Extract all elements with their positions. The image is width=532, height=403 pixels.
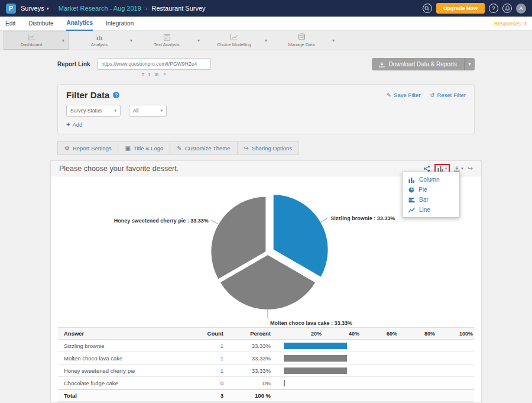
- toolbar-choice-modelling-caret[interactable]: ▾: [261, 31, 271, 50]
- upgrade-button[interactable]: Upgrade Now: [436, 3, 485, 14]
- notifications-button[interactable]: [502, 4, 512, 13]
- menu-integration[interactable]: Integration: [106, 17, 134, 30]
- tab-customize-theme[interactable]: ✎ Customize Theme: [170, 141, 237, 155]
- breadcrumb-parent[interactable]: Market Research - Aug 2019: [59, 5, 141, 12]
- menu-edit[interactable]: Edit: [5, 17, 15, 30]
- pie-slice-label: Honey sweetened cherry pie : 33.33%: [114, 218, 209, 224]
- search-button[interactable]: [423, 4, 432, 13]
- bar-cell[interactable]: [279, 352, 474, 364]
- forward-arrow-glyph: ↪: [468, 165, 473, 172]
- breadcrumb-separator: ›: [145, 5, 148, 12]
- chart-type-line[interactable]: Line: [403, 205, 459, 215]
- filter-links: ✎ Save Filter ↺ Reset Filter: [387, 92, 466, 98]
- toolbar-tab-manage-data[interactable]: Manage Data: [274, 31, 329, 50]
- image-icon: ▣: [125, 145, 130, 151]
- percent-cell: 0%: [231, 380, 279, 386]
- responses-count[interactable]: Responses: 3: [494, 21, 527, 27]
- toolbar-tab-text-analysis[interactable]: Text Analysis: [140, 31, 194, 50]
- table-total-row: Total 3 100 %: [58, 389, 474, 402]
- download-group: Download Data & Reports ▾: [372, 58, 475, 70]
- logo-letter: P: [9, 5, 13, 12]
- scale-label: 20%: [284, 331, 322, 337]
- facebook-icon[interactable]: f: [142, 72, 144, 77]
- toolbar-tab-choice-modelling[interactable]: Choice Modelling: [207, 31, 261, 50]
- chart-type-pie[interactable]: Pie: [403, 185, 459, 195]
- bell-icon: [505, 5, 510, 11]
- topbar-actions: Upgrade Now ? A: [423, 3, 526, 14]
- dashboard-content: Report Link f t in ≡ Download Data & Rep…: [0, 50, 532, 402]
- survey-status-select[interactable]: Survey Status ▾: [66, 105, 121, 117]
- count-cell[interactable]: 1: [188, 367, 231, 374]
- save-filter-link[interactable]: ✎ Save Filter: [387, 92, 420, 98]
- filter-value-select[interactable]: All ▾: [129, 105, 167, 117]
- tab-label: Title & Logo: [134, 145, 163, 151]
- reset-filter-label: Reset Filter: [437, 92, 466, 98]
- pie-slice-label: Sizzling brownie : 33.33%: [330, 215, 395, 221]
- toolbar-tab-label: Manage Data: [288, 42, 314, 47]
- download-options-caret[interactable]: ▾: [464, 58, 475, 70]
- toolbar-dashboard-caret[interactable]: ▾: [59, 31, 68, 49]
- results-table: Answer Count Percent 20% 40% 60% 80% 100…: [58, 327, 474, 402]
- answer-cell: Molten choco lava cake: [58, 355, 188, 362]
- bar-cell[interactable]: [279, 377, 474, 389]
- bar-cell[interactable]: [279, 365, 474, 376]
- total-bar-cell: [279, 390, 474, 401]
- question-mark-icon: ?: [492, 5, 495, 11]
- reset-icon: ↺: [430, 92, 434, 98]
- questionpro-logo[interactable]: P: [6, 4, 16, 14]
- twitter-icon[interactable]: t: [148, 72, 150, 77]
- pencil-icon: ✎: [177, 145, 181, 151]
- text-document-icon: [163, 34, 171, 41]
- bar-cell[interactable]: [279, 340, 474, 352]
- download-data-reports-button[interactable]: Download Data & Reports: [372, 58, 464, 70]
- toolbar-tab-label: Choice Modelling: [217, 42, 251, 47]
- toolbar-tab-analysis[interactable]: Analysis: [72, 31, 126, 50]
- embed-list-icon[interactable]: ≡: [163, 72, 166, 77]
- question-mark-icon: ?: [115, 92, 118, 98]
- chart-download-button[interactable]: ▾: [454, 166, 463, 172]
- table-row: Molten choco lava cake 1 33.33%: [58, 352, 474, 365]
- answer-cell: Honey sweetened cherry pie: [58, 367, 188, 374]
- percent-cell: 33.33%: [231, 355, 279, 362]
- help-button[interactable]: ?: [489, 4, 498, 13]
- menu-distribute[interactable]: Distribute: [28, 17, 53, 30]
- header-count: Count: [188, 330, 231, 337]
- toolbar-tab-dashboard[interactable]: Dashboard: [4, 31, 59, 49]
- chart-type-bar[interactable]: Bar: [403, 195, 459, 205]
- count-cell[interactable]: 0: [188, 380, 231, 386]
- toolbar-text-analysis-caret[interactable]: ▾: [194, 31, 203, 50]
- tab-report-settings[interactable]: ⚙ Report Settings: [57, 141, 118, 155]
- main-menu: Edit Distribute Analytics Integration Re…: [0, 17, 532, 31]
- toolbar-analysis-caret[interactable]: ▾: [126, 31, 136, 50]
- bar-chart-icon: [95, 34, 103, 41]
- answer-bar: [284, 367, 347, 374]
- avatar[interactable]: A: [516, 4, 526, 14]
- reset-filter-link[interactable]: ↺ Reset Filter: [430, 92, 466, 98]
- tab-title-logo[interactable]: ▣ Title & Logo: [118, 141, 170, 155]
- share-forward-icon[interactable]: ↪: [468, 165, 473, 172]
- count-cell[interactable]: 1: [188, 355, 231, 362]
- chart-type-column[interactable]: Column: [403, 175, 459, 185]
- settings-tabs: ⚙ Report Settings ▣ Title & Logo ✎ Custo…: [57, 141, 475, 155]
- surveys-menu[interactable]: Surveys ▾: [21, 5, 49, 12]
- pie-label-line: [211, 220, 218, 224]
- total-count: 3: [188, 392, 231, 399]
- download-icon: [454, 166, 460, 172]
- report-link-input[interactable]: [98, 58, 211, 70]
- filter-help-icon[interactable]: ?: [113, 92, 119, 98]
- line-chart-icon: [230, 34, 238, 41]
- menu-item-label: Line: [419, 207, 430, 213]
- chevron-down-icon: ▾: [114, 108, 116, 113]
- scale-label: 60%: [359, 331, 397, 337]
- add-filter-button[interactable]: + Add: [66, 121, 82, 128]
- linkedin-icon[interactable]: in: [155, 72, 159, 77]
- top-navbar: P Surveys ▾ Market Research - Aug 2019 ›…: [0, 0, 532, 17]
- share-alt-icon[interactable]: [423, 165, 430, 172]
- toolbar-manage-data-caret[interactable]: ▾: [329, 31, 338, 50]
- chevron-down-icon: ▾: [47, 6, 49, 11]
- count-cell[interactable]: 1: [188, 343, 231, 349]
- pencil-icon: ✎: [387, 92, 391, 98]
- menu-analytics[interactable]: Analytics: [66, 17, 92, 31]
- percent-cell: 33.33%: [231, 343, 279, 349]
- tab-sharing-options[interactable]: ↪ Sharing Options: [237, 141, 300, 155]
